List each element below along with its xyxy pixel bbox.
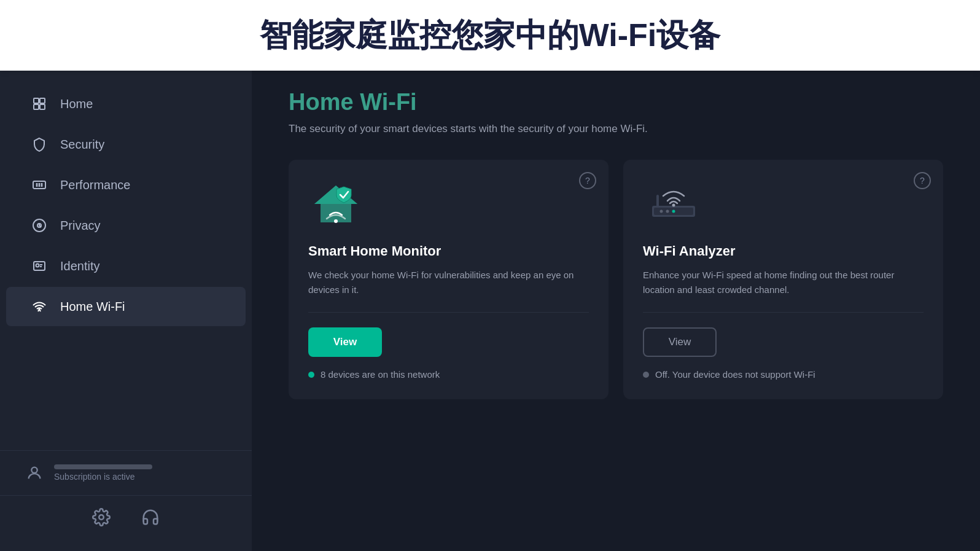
wifi-analyzer-view-button[interactable]: View bbox=[643, 327, 717, 357]
top-banner: 智能家庭监控您家中的Wi-Fi设备 bbox=[0, 0, 980, 71]
settings-icon[interactable] bbox=[92, 508, 111, 526]
wifi-home-icon bbox=[31, 298, 48, 315]
svg-point-23 bbox=[672, 210, 675, 213]
main-layout: Home Security bbox=[0, 71, 980, 551]
help-icon-1[interactable]: ? bbox=[579, 172, 596, 189]
smart-home-monitor-card: ? bbox=[289, 160, 609, 399]
sidebar-item-home[interactable]: Home bbox=[6, 84, 246, 123]
home-wifi-label: Home Wi-Fi bbox=[60, 300, 125, 314]
home-icon bbox=[31, 95, 48, 112]
smart-home-icon-area bbox=[308, 179, 589, 229]
smart-home-status-text: 8 devices are on this network bbox=[321, 369, 440, 380]
svg-point-21 bbox=[660, 210, 663, 213]
card-divider-1 bbox=[308, 312, 589, 313]
sidebar-item-home-wifi[interactable]: Home Wi-Fi bbox=[6, 287, 246, 326]
page-header: Home Wi-Fi The security of your smart de… bbox=[289, 71, 943, 147]
cards-grid: ? bbox=[289, 160, 943, 399]
svg-rect-3 bbox=[40, 104, 45, 109]
privacy-icon bbox=[31, 217, 48, 234]
svg-point-14 bbox=[99, 515, 104, 520]
headset-icon[interactable] bbox=[141, 508, 160, 526]
sidebar-item-performance[interactable]: Performance bbox=[6, 165, 246, 205]
subscription-area: Subscription is active bbox=[0, 450, 252, 495]
identity-icon bbox=[31, 257, 48, 275]
svg-point-22 bbox=[666, 210, 669, 213]
svg-point-13 bbox=[31, 467, 37, 473]
svg-rect-0 bbox=[34, 98, 39, 103]
smart-home-description: We check your home Wi-Fi for vulnerabili… bbox=[308, 268, 589, 297]
security-icon bbox=[31, 136, 48, 153]
sidebar-item-identity[interactable]: Identity bbox=[6, 246, 246, 286]
subscription-info: Subscription is active bbox=[54, 464, 152, 482]
security-label: Security bbox=[60, 138, 104, 152]
subscription-text: Subscription is active bbox=[54, 472, 152, 482]
identity-label: Identity bbox=[60, 259, 99, 273]
svg-rect-24 bbox=[656, 195, 659, 207]
wifi-analyzer-status: Off. Your device does not support Wi-Fi bbox=[643, 369, 924, 380]
svg-point-25 bbox=[672, 204, 675, 207]
performance-icon bbox=[31, 176, 48, 193]
wifi-analyzer-icon-area bbox=[643, 179, 924, 229]
sidebar-item-privacy[interactable]: Privacy bbox=[6, 206, 246, 245]
sidebar-bottom bbox=[0, 495, 252, 545]
svg-rect-1 bbox=[40, 98, 45, 103]
page-subtitle: The security of your smart devices start… bbox=[289, 123, 943, 135]
help-icon-2[interactable]: ? bbox=[914, 172, 931, 189]
smart-home-status: 8 devices are on this network bbox=[308, 369, 589, 380]
home-label: Home bbox=[60, 97, 93, 111]
subscription-bar bbox=[54, 464, 152, 469]
smart-home-title: Smart Home Monitor bbox=[308, 243, 589, 259]
banner-title: 智能家庭监控您家中的Wi-Fi设备 bbox=[260, 14, 721, 57]
svg-point-12 bbox=[36, 264, 39, 267]
wifi-analyzer-title: Wi-Fi Analyzer bbox=[643, 243, 924, 259]
sidebar-item-security[interactable]: Security bbox=[6, 125, 246, 164]
nav-menu: Home Security bbox=[0, 77, 252, 450]
sidebar: Home Security bbox=[0, 71, 252, 551]
wifi-analyzer-description: Enhance your Wi-Fi speed at home finding… bbox=[643, 268, 924, 297]
status-dot-green-1 bbox=[308, 372, 314, 378]
card-divider-2 bbox=[643, 312, 924, 313]
privacy-label: Privacy bbox=[60, 219, 101, 233]
svg-point-18 bbox=[334, 219, 338, 223]
svg-rect-2 bbox=[34, 104, 39, 109]
content-area: Home Wi-Fi The security of your smart de… bbox=[252, 71, 980, 551]
page-title: Home Wi-Fi bbox=[289, 89, 943, 115]
account-icon bbox=[25, 463, 44, 483]
status-dot-grey-2 bbox=[643, 372, 649, 378]
wifi-analyzer-card: ? bbox=[623, 160, 943, 399]
performance-label: Performance bbox=[60, 178, 131, 192]
smart-home-view-button[interactable]: View bbox=[308, 327, 382, 357]
wifi-analyzer-status-text: Off. Your device does not support Wi-Fi bbox=[655, 369, 815, 380]
